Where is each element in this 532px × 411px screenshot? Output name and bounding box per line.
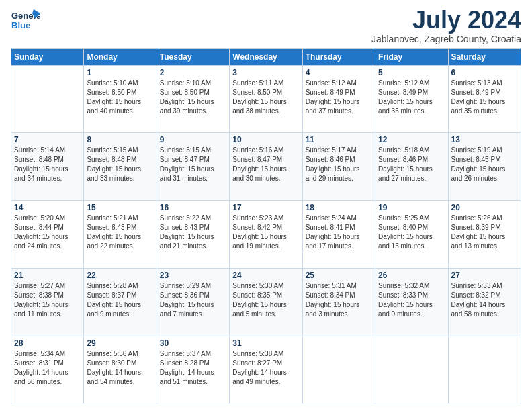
cell-5-5 (302, 336, 375, 404)
cell-info: Sunrise: 5:22 AM Sunset: 8:43 PM Dayligh… (160, 214, 226, 251)
header: General Blue July 2024 Jablanovec, Zagre… (11, 7, 521, 44)
cell-info: Sunrise: 5:15 AM Sunset: 8:48 PM Dayligh… (87, 146, 153, 183)
subtitle: Jablanovec, Zagreb County, Croatia (371, 34, 521, 44)
cell-info: Sunrise: 5:37 AM Sunset: 8:28 PM Dayligh… (160, 349, 226, 387)
cell-4-5: 25Sunrise: 5:31 AM Sunset: 8:34 PM Dayli… (302, 269, 375, 336)
cell-info: Sunrise: 5:12 AM Sunset: 8:49 PM Dayligh… (378, 79, 445, 116)
col-tuesday: Tuesday (157, 48, 229, 65)
cell-5-1: 28Sunrise: 5:34 AM Sunset: 8:31 PM Dayli… (11, 336, 84, 404)
cell-info: Sunrise: 5:10 AM Sunset: 8:50 PM Dayligh… (160, 79, 226, 116)
cell-1-1 (11, 65, 84, 133)
cell-4-3: 23Sunrise: 5:29 AM Sunset: 8:36 PM Dayli… (157, 269, 229, 336)
cell-3-7: 20Sunrise: 5:26 AM Sunset: 8:39 PM Dayli… (448, 201, 521, 269)
week-row-2: 7Sunrise: 5:14 AM Sunset: 8:48 PM Daylig… (11, 133, 521, 201)
cell-3-6: 19Sunrise: 5:25 AM Sunset: 8:40 PM Dayli… (375, 201, 448, 269)
cell-day: 10 (232, 135, 299, 144)
col-monday: Monday (84, 48, 157, 65)
cell-5-6 (375, 336, 448, 404)
cell-3-4: 17Sunrise: 5:23 AM Sunset: 8:42 PM Dayli… (230, 201, 302, 269)
cell-day: 19 (378, 203, 445, 212)
cell-info: Sunrise: 5:10 AM Sunset: 8:50 PM Dayligh… (87, 79, 153, 116)
week-row-1: 1Sunrise: 5:10 AM Sunset: 8:50 PM Daylig… (11, 65, 521, 133)
cell-info: Sunrise: 5:23 AM Sunset: 8:42 PM Dayligh… (232, 214, 299, 251)
cell-day: 20 (451, 203, 518, 212)
cell-2-3: 9Sunrise: 5:15 AM Sunset: 8:47 PM Daylig… (157, 133, 229, 201)
cell-info: Sunrise: 5:31 AM Sunset: 8:34 PM Dayligh… (306, 281, 372, 319)
cell-4-2: 22Sunrise: 5:28 AM Sunset: 8:37 PM Dayli… (84, 269, 157, 336)
cell-info: Sunrise: 5:24 AM Sunset: 8:41 PM Dayligh… (306, 214, 372, 251)
cell-info: Sunrise: 5:29 AM Sunset: 8:36 PM Dayligh… (160, 281, 226, 319)
cell-day: 15 (87, 203, 153, 212)
cell-info: Sunrise: 5:27 AM Sunset: 8:38 PM Dayligh… (14, 281, 81, 319)
cell-day: 22 (87, 271, 153, 280)
cell-info: Sunrise: 5:20 AM Sunset: 8:44 PM Dayligh… (14, 214, 81, 251)
cell-info: Sunrise: 5:28 AM Sunset: 8:37 PM Dayligh… (87, 281, 153, 319)
cell-info: Sunrise: 5:15 AM Sunset: 8:47 PM Dayligh… (160, 146, 226, 183)
cell-day: 26 (378, 271, 445, 280)
cell-day: 14 (14, 203, 81, 212)
cell-day: 24 (232, 271, 299, 280)
cell-day: 12 (378, 135, 445, 144)
cell-day: 21 (14, 271, 81, 280)
cell-day: 2 (160, 68, 226, 77)
page: General Blue July 2024 Jablanovec, Zagre… (0, 0, 532, 411)
cell-day: 23 (160, 271, 226, 280)
cell-day: 18 (306, 203, 372, 212)
cell-day: 6 (451, 68, 518, 77)
cell-day: 27 (451, 271, 518, 280)
cell-info: Sunrise: 5:18 AM Sunset: 8:46 PM Dayligh… (378, 146, 445, 183)
cell-day: 31 (232, 338, 299, 348)
cell-info: Sunrise: 5:36 AM Sunset: 8:30 PM Dayligh… (87, 349, 153, 387)
cell-day: 25 (306, 271, 372, 280)
cell-day: 3 (232, 68, 299, 77)
week-row-4: 21Sunrise: 5:27 AM Sunset: 8:38 PM Dayli… (11, 269, 521, 336)
cell-day: 13 (451, 135, 518, 144)
cell-info: Sunrise: 5:13 AM Sunset: 8:49 PM Dayligh… (451, 79, 518, 116)
cell-info: Sunrise: 5:34 AM Sunset: 8:31 PM Dayligh… (14, 349, 81, 387)
col-thursday: Thursday (302, 48, 375, 65)
cell-2-4: 10Sunrise: 5:16 AM Sunset: 8:47 PM Dayli… (230, 133, 302, 201)
cell-3-1: 14Sunrise: 5:20 AM Sunset: 8:44 PM Dayli… (11, 201, 84, 269)
calendar-table: Sunday Monday Tuesday Wednesday Thursday… (11, 48, 521, 404)
cell-1-4: 3Sunrise: 5:11 AM Sunset: 8:50 PM Daylig… (230, 65, 302, 133)
logo: General Blue (11, 7, 40, 36)
cell-5-3: 30Sunrise: 5:37 AM Sunset: 8:28 PM Dayli… (157, 336, 229, 404)
cell-day: 1 (87, 68, 153, 77)
cell-1-2: 1Sunrise: 5:10 AM Sunset: 8:50 PM Daylig… (84, 65, 157, 133)
header-row: Sunday Monday Tuesday Wednesday Thursday… (11, 48, 521, 65)
cell-4-1: 21Sunrise: 5:27 AM Sunset: 8:38 PM Dayli… (11, 269, 84, 336)
week-row-5: 28Sunrise: 5:34 AM Sunset: 8:31 PM Dayli… (11, 336, 521, 404)
cell-day: 4 (306, 68, 372, 77)
cell-4-6: 26Sunrise: 5:32 AM Sunset: 8:33 PM Dayli… (375, 269, 448, 336)
cell-info: Sunrise: 5:38 AM Sunset: 8:27 PM Dayligh… (232, 349, 299, 387)
cell-day: 16 (160, 203, 226, 212)
cell-day: 7 (14, 135, 81, 144)
cell-day: 8 (87, 135, 153, 144)
cell-1-7: 6Sunrise: 5:13 AM Sunset: 8:49 PM Daylig… (448, 65, 521, 133)
cell-5-7 (448, 336, 521, 404)
cell-day: 11 (306, 135, 372, 144)
cell-3-5: 18Sunrise: 5:24 AM Sunset: 8:41 PM Dayli… (302, 201, 375, 269)
cell-day: 5 (378, 68, 445, 77)
cell-info: Sunrise: 5:12 AM Sunset: 8:49 PM Dayligh… (306, 79, 372, 116)
cell-info: Sunrise: 5:26 AM Sunset: 8:39 PM Dayligh… (451, 214, 518, 251)
cell-info: Sunrise: 5:16 AM Sunset: 8:47 PM Dayligh… (232, 146, 299, 183)
cell-info: Sunrise: 5:17 AM Sunset: 8:46 PM Dayligh… (306, 146, 372, 183)
cell-5-4: 31Sunrise: 5:38 AM Sunset: 8:27 PM Dayli… (230, 336, 302, 404)
cell-1-5: 4Sunrise: 5:12 AM Sunset: 8:49 PM Daylig… (302, 65, 375, 133)
col-friday: Friday (375, 48, 448, 65)
cell-2-5: 11Sunrise: 5:17 AM Sunset: 8:46 PM Dayli… (302, 133, 375, 201)
cell-day: 30 (160, 338, 226, 348)
main-title: July 2024 (371, 7, 521, 34)
cell-1-6: 5Sunrise: 5:12 AM Sunset: 8:49 PM Daylig… (375, 65, 448, 133)
cell-4-4: 24Sunrise: 5:30 AM Sunset: 8:35 PM Dayli… (230, 269, 302, 336)
col-saturday: Saturday (448, 48, 521, 65)
cell-info: Sunrise: 5:33 AM Sunset: 8:32 PM Dayligh… (451, 281, 518, 319)
title-section: July 2024 Jablanovec, Zagreb County, Cro… (371, 7, 521, 44)
week-row-3: 14Sunrise: 5:20 AM Sunset: 8:44 PM Dayli… (11, 201, 521, 269)
cell-info: Sunrise: 5:32 AM Sunset: 8:33 PM Dayligh… (378, 281, 445, 319)
cell-info: Sunrise: 5:14 AM Sunset: 8:48 PM Dayligh… (14, 146, 81, 183)
cell-info: Sunrise: 5:25 AM Sunset: 8:40 PM Dayligh… (378, 214, 445, 251)
cell-3-2: 15Sunrise: 5:21 AM Sunset: 8:43 PM Dayli… (84, 201, 157, 269)
col-wednesday: Wednesday (230, 48, 302, 65)
